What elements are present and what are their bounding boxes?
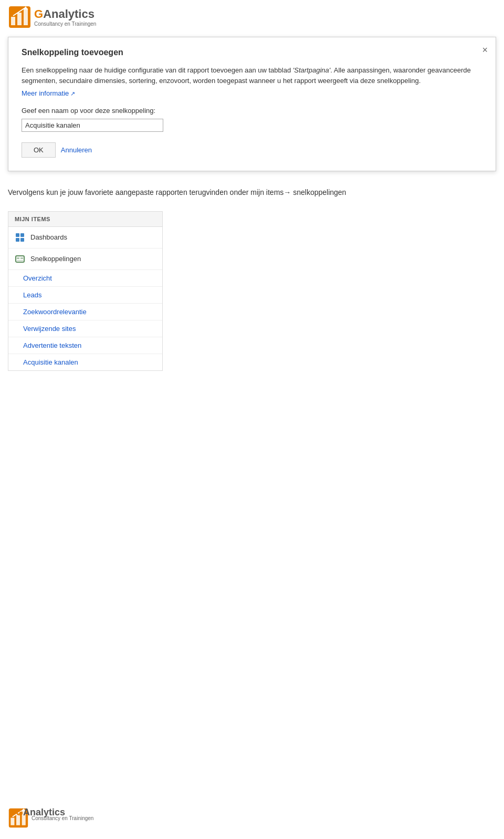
ok-button[interactable]: OK	[22, 142, 56, 158]
sidebar-panel: MIJN ITEMS Dashboards Snelkoppelingen Ov…	[8, 211, 163, 371]
dialog-title: Snelkoppeling toevoegen	[22, 48, 482, 57]
dialog-body: Een snelkoppeling naar de huidige config…	[22, 65, 482, 99]
subitem-advertentie-teksten[interactable]: Advertentie teksten	[8, 337, 162, 354]
header: GAnalytics Consultancy en Trainingen	[0, 0, 504, 34]
subitem-acquisitie-kanalen[interactable]: Acquisitie kanalen	[8, 354, 162, 370]
sidebar-header: MIJN ITEMS	[8, 212, 162, 227]
svg-rect-7	[20, 257, 23, 259]
footer-logo-text: GAnalytics Consultancy en Trainingen	[32, 815, 93, 821]
close-button[interactable]: ×	[482, 45, 488, 55]
subitem-leads[interactable]: Leads	[8, 287, 162, 304]
dialog-buttons: OK Annuleren	[22, 142, 482, 158]
svg-rect-10	[10, 818, 14, 825]
description-text: Vervolgens kun je jouw favoriete aangepa…	[8, 187, 496, 198]
logo-text: GAnalytics Consultancy en Trainingen	[34, 7, 96, 27]
dialog-field-label: Geef een naam op voor deze snelkoppeling…	[22, 107, 482, 115]
svg-rect-1	[11, 17, 15, 25]
snelkoppeling-name-input[interactable]	[22, 119, 163, 132]
dashboards-label: Dashboards	[30, 233, 67, 241]
snelkoppelingen-label: Snelkoppelingen	[30, 255, 81, 263]
dialog: × Snelkoppeling toevoegen Een snelkoppel…	[8, 37, 496, 171]
svg-rect-3	[24, 8, 28, 25]
footer-logo-name: GAnalytics	[16, 807, 65, 818]
sidebar-item-snelkoppelingen[interactable]: Snelkoppelingen	[8, 248, 162, 270]
dashboard-icon	[15, 232, 25, 243]
subitem-zoekwoordrelevantie[interactable]: Zoekwoordrelevantie	[8, 304, 162, 320]
logo: GAnalytics Consultancy en Trainingen	[8, 5, 96, 29]
subitem-overzicht[interactable]: Overzicht	[8, 270, 162, 287]
logo-name: GAnalytics	[34, 7, 96, 21]
snelkoppeling-icon	[15, 254, 25, 264]
meer-informatie-link[interactable]: Meer informatie ↗	[22, 88, 75, 99]
footer: GAnalytics Consultancy en Trainingen	[8, 807, 93, 828]
sidebar-item-dashboards[interactable]: Dashboards	[8, 227, 162, 248]
svg-rect-2	[17, 13, 22, 25]
subitem-verwijzende-sites[interactable]: Verwijzende sites	[8, 320, 162, 337]
external-link-icon: ↗	[70, 89, 75, 98]
annuleren-button[interactable]: Annuleren	[61, 143, 92, 157]
svg-rect-6	[17, 257, 19, 259]
logo-icon	[8, 5, 32, 29]
logo-subtitle: Consultancy en Trainingen	[34, 21, 96, 27]
svg-rect-8	[17, 260, 23, 261]
